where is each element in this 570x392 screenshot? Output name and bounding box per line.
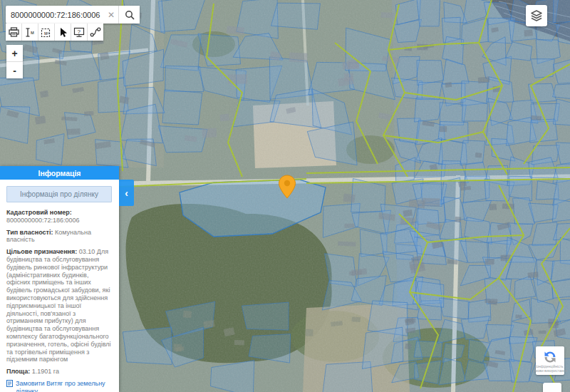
- recaptcha-icon: [543, 350, 557, 364]
- search-bar: ✕: [6, 6, 140, 24]
- search-input[interactable]: [6, 11, 104, 19]
- recaptcha-terms-label: Умови використання: [533, 368, 567, 373]
- layers-button[interactable]: [526, 5, 547, 26]
- link-order-extract-parcel[interactable]: Замовити Витяг про земельну ділянку: [6, 380, 112, 392]
- measure-area-button[interactable]: м²: [38, 24, 54, 41]
- search-icon: [125, 10, 135, 20]
- svg-text:?: ?: [78, 29, 81, 35]
- chevron-left-icon: ‹: [125, 187, 128, 199]
- panel-links: Замовити Витяг про земельну ділянку Замо…: [6, 380, 112, 392]
- svg-text:м²: м²: [44, 31, 49, 36]
- zoom-in-button[interactable]: +: [6, 45, 23, 61]
- print-button[interactable]: [6, 24, 21, 41]
- search-button[interactable]: [119, 6, 140, 24]
- identify-button[interactable]: ?: [71, 24, 87, 41]
- map-corner-button[interactable]: [543, 383, 561, 392]
- layers-icon: [530, 9, 543, 22]
- select-cursor-button[interactable]: [55, 24, 71, 41]
- zoom-control: + -: [6, 45, 23, 78]
- tab-parcel-info[interactable]: Інформація про ділянку: [6, 186, 112, 202]
- field-area: Площа: 1.1901 га: [6, 368, 112, 376]
- svg-text:м: м: [31, 30, 34, 35]
- monitor-question-icon: ?: [73, 27, 85, 38]
- field-ownership-type: Тип власності: Комунальна власність: [6, 229, 112, 244]
- app-window: ✕ м: [0, 0, 570, 392]
- document-icon: [6, 380, 13, 387]
- cursor-icon: [58, 27, 68, 38]
- measure-length-button[interactable]: м: [22, 24, 38, 41]
- map-toolbar: м м² ?: [6, 24, 103, 41]
- close-icon: ✕: [108, 10, 115, 20]
- route-button[interactable]: [88, 24, 103, 41]
- printer-icon: [9, 27, 19, 37]
- zoom-out-button[interactable]: -: [6, 62, 23, 78]
- info-panel: Інформація Інформація про ділянку Кадаст…: [0, 166, 119, 392]
- panel-body: Інформація про ділянку Кадастровий номер…: [0, 180, 119, 392]
- panel-title: Інформація: [0, 166, 119, 180]
- area-icon: м²: [41, 27, 52, 38]
- field-designated-purpose: Цільове призначення: 03.10 Для будівницт…: [6, 248, 112, 363]
- clear-search-button[interactable]: ✕: [104, 6, 118, 24]
- recaptcha-badge[interactable]: Конфіденційність - Умови використання: [536, 346, 564, 375]
- ruler-icon: м: [25, 27, 36, 38]
- route-icon: [90, 27, 101, 37]
- field-cadastral-number: Кадастровий номер: 8000000000:72:186:000…: [6, 209, 112, 225]
- panel-collapse-button[interactable]: ‹: [119, 180, 134, 206]
